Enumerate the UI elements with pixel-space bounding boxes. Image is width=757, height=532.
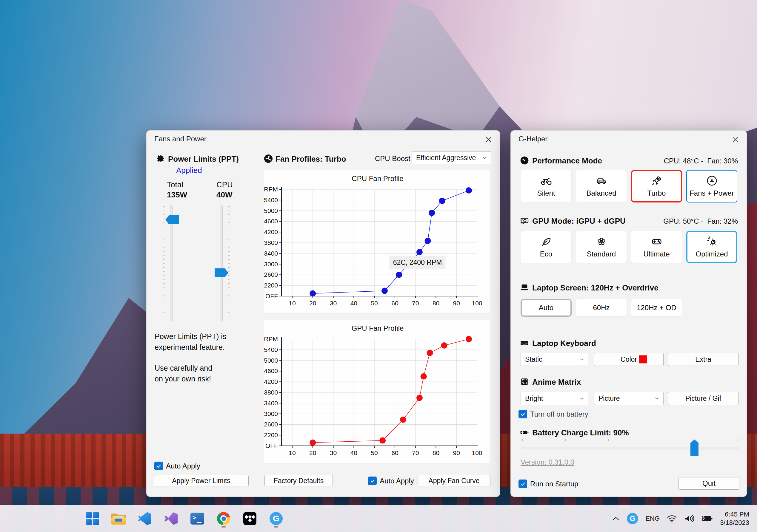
visual-studio-button[interactable] [163, 509, 179, 528]
chrome-icon [217, 512, 230, 525]
turbo-mode-button[interactable]: Turbo [631, 170, 682, 203]
gpu-fan-curve-chart[interactable]: GPU Fan ProfileOFF2200260030003400380042… [264, 320, 491, 464]
picture-gif-button[interactable]: Picture / Gif [668, 392, 739, 405]
fans-power-button[interactable]: Fans + Power [686, 170, 737, 203]
vscode-button[interactable] [137, 509, 153, 528]
svg-text:GPU Fan Profile: GPU Fan Profile [352, 324, 404, 332]
mode-button-label: Eco [540, 250, 552, 258]
checkbox-checked-icon[interactable] [368, 477, 377, 485]
factory-defaults-button[interactable]: Factory Defaults [264, 475, 333, 486]
checkbox-checked-icon[interactable] [519, 410, 527, 418]
svg-text:5400: 5400 [264, 197, 278, 203]
matrix-brightness-dropdown[interactable]: Bright [521, 392, 588, 405]
svg-text:62C, 2400 RPM: 62C, 2400 RPM [393, 259, 442, 266]
matrix-mode-value: Picture [598, 395, 620, 403]
language-indicator[interactable]: ENG [645, 515, 660, 522]
ghelper-tray-icon[interactable]: G [627, 513, 638, 524]
powershell-button[interactable]: > [189, 509, 205, 528]
performance-mode-header: Performance Mode [532, 156, 602, 165]
svg-text:50: 50 [371, 300, 378, 307]
matrix-mode-dropdown[interactable]: Picture [594, 392, 664, 405]
svg-text:10: 10 [288, 300, 295, 307]
slider-ticks [228, 206, 229, 320]
chevron-down-icon [482, 156, 487, 159]
svg-text:20: 20 [309, 300, 316, 307]
svg-text:20: 20 [309, 449, 316, 456]
start-button[interactable] [84, 509, 100, 528]
gamepad-icon [651, 236, 662, 247]
cpu-slider-thumb[interactable] [215, 268, 228, 277]
svg-text:2200: 2200 [264, 282, 278, 289]
apply-fan-curve-button[interactable]: Apply Fan Curve [418, 475, 491, 486]
clock[interactable]: 6:45 PM 3/18/2023 [720, 510, 749, 527]
total-slider-thumb[interactable] [166, 215, 179, 224]
battery-icon [520, 428, 529, 437]
silent-mode-button[interactable]: Silent [521, 170, 572, 203]
tidal-icon [243, 512, 257, 525]
windows-start-icon [86, 512, 99, 525]
run-on-startup-checkbox[interactable]: Run on Startup [519, 480, 578, 488]
auto-apply-fan-checkbox[interactable]: Auto Apply [368, 477, 414, 485]
battery-charging-icon[interactable] [702, 515, 713, 522]
svg-text:3000: 3000 [264, 261, 278, 267]
close-icon[interactable] [729, 134, 742, 146]
svg-text:CPU Fan Profile: CPU Fan Profile [352, 175, 403, 182]
applied-status-link[interactable]: Applied [176, 166, 202, 175]
svg-text:50: 50 [371, 449, 378, 456]
version-link[interactable]: Version: 0.31.0.0 [521, 458, 574, 466]
ghelper-taskbar-button[interactable]: G [268, 509, 284, 528]
total-power-slider[interactable] [163, 205, 180, 322]
eco-gpu-button[interactable]: Eco [521, 231, 572, 263]
tidal-button[interactable] [242, 509, 258, 528]
auto-apply-label: Auto Apply [380, 477, 414, 485]
slider-ticks [522, 439, 739, 441]
optimized-gpu-button[interactable]: Optimized [686, 231, 737, 263]
svg-text:3000: 3000 [264, 410, 278, 417]
warning-text-line4: on your own risk! [155, 375, 211, 383]
svg-text:4600: 4600 [264, 218, 278, 225]
screen-60hz-button[interactable]: 60Hz [576, 299, 627, 317]
standard-gpu-button[interactable]: Standard [576, 231, 627, 263]
apply-power-limits-button[interactable]: Apply Power Limits [154, 475, 249, 486]
quit-button[interactable]: Quit [679, 477, 740, 490]
visual-studio-icon [165, 512, 178, 525]
running-indicator [222, 526, 226, 527]
keyboard-extra-button[interactable]: Extra [668, 353, 739, 366]
checkbox-checked-icon[interactable] [519, 480, 527, 488]
slider-track[interactable] [522, 447, 739, 449]
keyboard-mode-dropdown[interactable]: Static [521, 353, 588, 366]
anime-matrix-header: Anime Matrix [532, 378, 581, 387]
screen-buttons-row: Auto 60Hz 120Hz + OD [521, 299, 682, 317]
battery-limit-slider[interactable] [522, 439, 739, 457]
cpu-power-slider[interactable] [213, 205, 229, 322]
close-icon[interactable] [482, 134, 495, 146]
car-icon [596, 175, 607, 186]
svg-text:RPM: RPM [264, 186, 278, 193]
keyboard-color-button[interactable]: Color [594, 353, 664, 366]
checkbox-checked-icon[interactable] [154, 462, 163, 470]
volume-icon[interactable] [684, 515, 694, 523]
svg-text:5000: 5000 [264, 357, 278, 364]
svg-text:60: 60 [391, 300, 398, 307]
fan-profiles-header: Fan Profiles: Turbo [276, 154, 346, 164]
turn-off-on-battery-checkbox[interactable]: Turn off on battery [519, 410, 588, 418]
auto-apply-power-checkbox[interactable]: Auto Apply [154, 462, 200, 470]
screen-auto-button[interactable]: Auto [521, 299, 572, 317]
screen-120hz-od-button[interactable]: 120Hz + OD [631, 299, 682, 317]
chrome-button[interactable] [216, 509, 232, 528]
ultimate-gpu-button[interactable]: Ultimate [631, 231, 682, 263]
cpu-fan-curve-chart[interactable]: CPU Fan ProfileOFF2200260030003400380042… [264, 170, 491, 314]
svg-text:5000: 5000 [264, 207, 278, 214]
file-explorer-button[interactable] [110, 509, 127, 528]
cpu-boost-dropdown[interactable]: Efficient Aggressive [411, 152, 491, 164]
svg-text:10: 10 [288, 449, 295, 456]
laptop-screen-header: Laptop Screen: 120Hz + Overdrive [532, 283, 658, 293]
slider-track[interactable] [220, 205, 223, 322]
tray-chevron-up-icon[interactable] [612, 516, 620, 521]
wifi-icon[interactable] [667, 515, 677, 523]
powershell-icon: > [191, 513, 204, 524]
balanced-mode-button[interactable]: Balanced [576, 170, 627, 203]
svg-text:OFF: OFF [265, 293, 278, 299]
battery-slider-thumb[interactable] [690, 439, 699, 456]
window-title: G-Helper [519, 135, 547, 143]
